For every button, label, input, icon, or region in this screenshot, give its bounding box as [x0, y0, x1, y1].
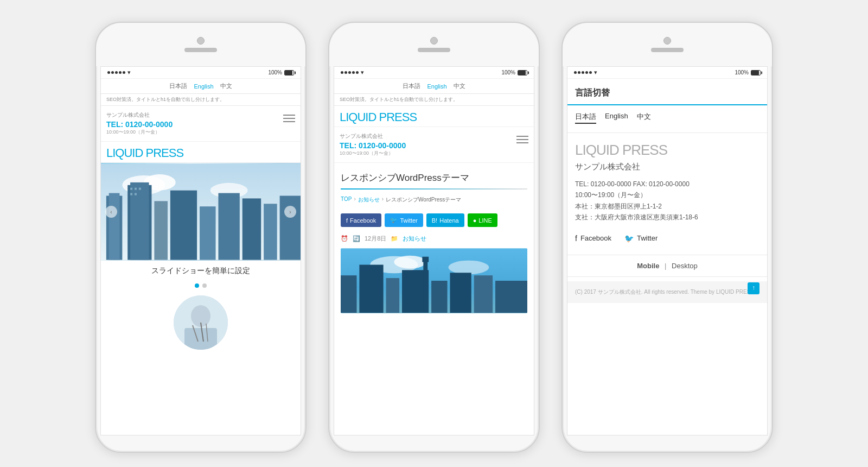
svg-rect-35 [450, 273, 471, 313]
nav-japanese-2[interactable]: 日本語 [403, 82, 420, 90]
slide-dot-1[interactable] [195, 283, 199, 288]
phone-1-speaker [184, 48, 217, 52]
contact-line1: TEL: 0120-00-0000 FAX: 0120-00-0000 [575, 179, 760, 190]
social-twitter[interactable]: 🐦 Twitter [624, 234, 658, 243]
company-name-1: サンプル株式会社 [106, 111, 283, 119]
menu-contact: TEL: 0120-00-0000 FAX: 0120-00-0000 10:0… [567, 179, 767, 226]
svg-rect-39 [422, 257, 429, 262]
phone-2-speaker [418, 48, 450, 52]
logo-1: LIQUID PRESS [106, 146, 295, 160]
breadcrumb-news[interactable]: お知らせ [358, 196, 380, 204]
svg-rect-22 [184, 328, 217, 350]
phone-1-top [96, 23, 305, 66]
nav-english-1[interactable]: English [194, 83, 213, 90]
view-mobile[interactable]: Mobile [637, 262, 659, 270]
svg-rect-19 [135, 193, 137, 195]
site-header-1: サンプル株式会社 TEL: 0120-00-0000 10:00〜19:00（月… [101, 106, 301, 142]
hours-1: 10:00〜19:00（月〜金） [106, 129, 283, 136]
article-image-2 [341, 248, 527, 313]
phone-2-camera [430, 37, 438, 45]
svg-rect-37 [495, 281, 527, 313]
logo-2: LIQUID PRESS [340, 110, 528, 124]
hamburger-menu-2[interactable] [516, 132, 528, 143]
menu-lang-japanese[interactable]: 日本語 [575, 112, 596, 124]
phone-1-screen: ▾ 100% 日本語 English 中文 SEO対策済。タイトルとh1を自動で… [100, 66, 301, 436]
nav-bar-1: 日本語 English 中文 [101, 79, 301, 94]
phone-2-top [329, 23, 539, 66]
menu-lang-chinese[interactable]: 中文 [637, 112, 651, 124]
logo-area-1: LIQUID PRESS [101, 142, 301, 163]
contact-line3: 本社：東京都墨田区押上1-1-2 [575, 201, 760, 212]
nav-japanese-1[interactable]: 日本語 [169, 82, 187, 90]
contact-line2: 10:00〜19:00（月〜金） [575, 190, 760, 200]
circle-image-container [101, 290, 301, 355]
hours-2: 10:00〜19:00（月〜金） [340, 150, 516, 157]
slideshow-caption-1: スライドショーを簡単に設定 [101, 261, 301, 281]
menu-logo: LIQUID PRESS [567, 133, 767, 162]
phone-3-screen: ▾ 100% 言語切替 日本語 English 中文 LIQUI [567, 66, 768, 436]
breadcrumb-current: レスポンシブWordPressテーマ [386, 196, 461, 204]
breadcrumb-top[interactable]: TOP [341, 196, 352, 204]
status-bar-3: ▾ 100% [567, 67, 767, 79]
svg-rect-10 [200, 206, 216, 260]
share-twitter[interactable]: 🐦 Twitter [385, 213, 423, 227]
lang-options: 日本語 English 中文 [567, 112, 767, 133]
menu-lang-english[interactable]: English [605, 112, 628, 124]
folder-icon: 📁 [391, 235, 398, 242]
phone-number-1[interactable]: TEL: 0120-00-0000 [106, 120, 283, 129]
phone-1-camera [197, 37, 205, 45]
menu-footer: (C) 2017 サンプル株式会社. All rights reserved. … [567, 281, 767, 303]
svg-rect-34 [431, 281, 447, 313]
slide-indicator-1 [101, 281, 301, 290]
seo-bar-2: SEO対策済。タイトルとh1を自動で出し分けします。 [334, 94, 534, 106]
refresh-icon: 🔄 [353, 235, 360, 242]
battery-icon-2 [518, 70, 527, 75]
post-date: 12月8日 [365, 235, 386, 243]
nav-english-2[interactable]: English [427, 83, 446, 90]
breadcrumb-2: TOP › お知らせ › レスポンシブWordPressテーマ [334, 194, 534, 209]
menu-social: f Facebook 🐦 Twitter [567, 226, 767, 250]
social-facebook[interactable]: f Facebook [575, 234, 611, 243]
battery-percent: 100% [268, 70, 282, 75]
svg-rect-5 [109, 193, 120, 260]
share-hatena[interactable]: B! Hatena [426, 213, 464, 227]
phone-2: ▾ 100% 日本語 English 中文 SEO対策済。タイトルとh1を自動で… [328, 22, 540, 453]
nav-chinese-2[interactable]: 中文 [454, 82, 465, 90]
share-buttons-2: f Facebook 🐦 Twitter B! Hatena ● LINE [334, 209, 534, 231]
battery-percent-2: 100% [501, 70, 515, 75]
nav-chinese-1[interactable]: 中文 [220, 82, 232, 90]
svg-rect-12 [242, 198, 261, 260]
phone-3-top [563, 23, 772, 66]
svg-rect-32 [386, 278, 400, 313]
svg-point-29 [449, 261, 489, 275]
view-desktop[interactable]: Desktop [672, 262, 698, 270]
site-info-1: サンプル株式会社 TEL: 0120-00-0000 10:00〜19:00（月… [106, 111, 283, 136]
company-name-2: サンプル株式会社 [340, 132, 516, 140]
slide-dot-2[interactable] [202, 283, 207, 288]
phone-3-speaker [651, 48, 684, 52]
post-category[interactable]: お知らせ [403, 235, 426, 243]
back-to-top-btn[interactable]: ↑ [748, 282, 760, 294]
battery-percent-3: 100% [735, 70, 749, 75]
share-facebook[interactable]: f Facebook [341, 213, 381, 227]
hero-next-btn-1[interactable]: › [284, 206, 296, 218]
svg-rect-9 [170, 191, 197, 260]
hero-prev-btn-1[interactable]: ‹ [105, 206, 117, 218]
wifi-icon-3: ▾ [594, 69, 597, 76]
svg-rect-30 [341, 275, 356, 313]
battery-icon [284, 70, 294, 75]
status-bar-1: ▾ 100% [101, 67, 301, 79]
svg-rect-7 [130, 182, 149, 260]
menu-company: サンプル株式会社 [567, 162, 767, 179]
svg-rect-16 [135, 188, 137, 190]
nav-bar-2: 日本語 English 中文 [334, 79, 534, 94]
title-underline-2 [341, 188, 527, 190]
phone-3-camera [663, 37, 671, 45]
hamburger-menu-1[interactable] [283, 111, 295, 122]
phone-number-2[interactable]: TEL: 0120-00-0000 [340, 141, 516, 150]
twitter-bird-icon: 🐦 [390, 217, 398, 224]
contact-line4: 支社：大阪府大阪市浪速区恵美須東1-18-6 [575, 212, 760, 223]
menu-section-title: 言語切替 [567, 79, 767, 105]
share-line[interactable]: ● LINE [468, 213, 497, 227]
battery-icon-3 [751, 70, 761, 75]
